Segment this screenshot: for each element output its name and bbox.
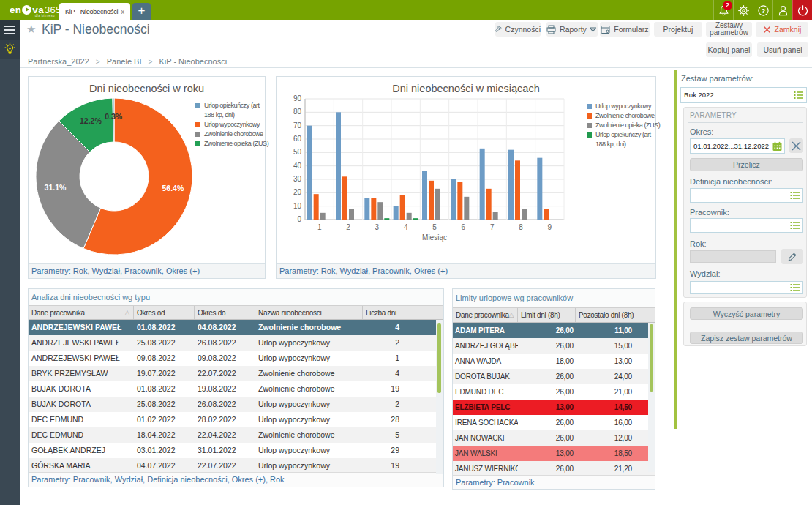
- edit-rok-button[interactable]: [781, 249, 803, 264]
- definicja-input[interactable]: [690, 188, 803, 203]
- bar[interactable]: [377, 202, 383, 220]
- favorite-star-icon[interactable]: ★: [26, 23, 36, 36]
- bar[interactable]: [394, 206, 399, 220]
- okres-input[interactable]: 01.01.2022...31.12.2022: [690, 138, 785, 154]
- table-row[interactable]: BUJAK DOROTA01.08.202219.08.2022Zwolnien…: [29, 381, 443, 397]
- table-row[interactable]: ANDRZEJEWSKI PAWEŁ01.08.202204.08.2022Zw…: [29, 320, 443, 335]
- bar[interactable]: [486, 189, 492, 220]
- column-header[interactable]: Okres od: [134, 306, 195, 319]
- table-row[interactable]: JAN WALSKI13,0018,50: [453, 446, 655, 461]
- breadcrumb-item-current[interactable]: KiP - Nieobecności: [159, 57, 227, 66]
- panel-splitter[interactable]: [674, 70, 677, 429]
- bar[interactable]: [413, 218, 418, 220]
- help-button[interactable]: ?: [753, 0, 772, 20]
- bar[interactable]: [435, 189, 440, 220]
- table-row[interactable]: DOROTA BUJAK26,0024,00: [453, 369, 655, 384]
- main-menu-button[interactable]: [0, 20, 20, 40]
- logout-button[interactable]: [792, 0, 812, 20]
- notifications-button[interactable]: 2: [713, 0, 733, 20]
- table-row[interactable]: BUJAK DOROTA25.08.202226.08.2022Urlop wy…: [29, 397, 443, 412]
- table-row[interactable]: ANNA WAJDA18,0013,00: [453, 354, 655, 369]
- list-icon[interactable]: [790, 221, 800, 230]
- limits-table-footer[interactable]: Parametry: Pracownik: [453, 475, 655, 489]
- projektuj-button[interactable]: Projektuj: [654, 22, 702, 37]
- breadcrumb-item-panele-bi[interactable]: Panele BI: [107, 57, 142, 66]
- breadcrumb-item-partnerska[interactable]: Partnerska_2022: [28, 57, 89, 66]
- zamknij-button[interactable]: Zamknij: [756, 22, 808, 37]
- zestaw-parametrow-input[interactable]: Rok 2022: [680, 87, 807, 103]
- bar[interactable]: [537, 158, 542, 220]
- scrollbar-thumb[interactable]: [437, 323, 441, 393]
- table-row[interactable]: DEC EDMUND01.02.202228.02.2022Urlop wypo…: [29, 412, 443, 427]
- bar[interactable]: [336, 112, 341, 220]
- przelicz-button[interactable]: Przelicz: [690, 158, 803, 171]
- column-header[interactable]: Pozostało dni (8h): [576, 308, 634, 322]
- hints-button[interactable]: [0, 40, 20, 59]
- table-row[interactable]: ANDRZEJ GOŁĄBEK26,0015,00: [453, 338, 655, 354]
- table-row[interactable]: ANDRZEJEWSKI PAWEŁ25.08.202226.08.2022Ur…: [29, 335, 443, 351]
- raporty-dropdown-button[interactable]: [587, 22, 598, 37]
- analysis-table-footer[interactable]: Parametry: Pracownik, Wydział, Definicja…: [29, 472, 443, 487]
- bar[interactable]: [464, 197, 469, 220]
- bar[interactable]: [407, 213, 412, 220]
- bar[interactable]: [522, 209, 527, 220]
- table-row[interactable]: IRENA SOCHACKA26,0016,00: [453, 415, 655, 430]
- bar[interactable]: [384, 218, 389, 220]
- bar[interactable]: [493, 212, 498, 220]
- table-row[interactable]: GÓRSKA MARIA04.07.202222.07.2022Urlop wy…: [29, 458, 443, 474]
- column-header[interactable]: Dane pracownika△: [453, 308, 518, 322]
- list-icon[interactable]: [794, 91, 804, 100]
- settings-button[interactable]: [733, 0, 753, 20]
- bar[interactable]: [429, 181, 434, 220]
- new-tab-button[interactable]: +: [132, 3, 151, 20]
- bar[interactable]: [422, 171, 427, 220]
- bar[interactable]: [451, 179, 456, 220]
- kopiuj-panel-button[interactable]: Kopiuj panel: [706, 42, 752, 57]
- table-row[interactable]: JAN NOWACKI26,0012,00: [453, 430, 655, 446]
- raporty-button[interactable]: Raporty: [546, 22, 587, 37]
- bar[interactable]: [320, 213, 326, 220]
- table-row[interactable]: ADAM PITERA26,0011,00: [453, 323, 655, 338]
- pracownik-input[interactable]: [690, 218, 803, 233]
- bar[interactable]: [314, 194, 319, 220]
- analysis-table-header[interactable]: Dane pracownika△Okres odOkres doNazwa ni…: [29, 305, 443, 320]
- limits-table-header[interactable]: Dane pracownika△Limit dni (8h)Pozostało …: [453, 307, 655, 323]
- limits-table-scrollbar[interactable]: [648, 323, 655, 472]
- list-icon[interactable]: [790, 283, 800, 292]
- table-row[interactable]: EDMUND DEC26,0021,00: [453, 384, 655, 400]
- list-icon[interactable]: [790, 191, 800, 200]
- column-header[interactable]: Limit dni (8h): [518, 308, 576, 322]
- usun-panel-button[interactable]: Usuń panel: [757, 42, 808, 57]
- zestawy-parametrow-button[interactable]: Zestawy parametrów: [706, 22, 752, 37]
- bar[interactable]: [371, 198, 376, 220]
- column-header[interactable]: Liczba dni: [363, 306, 402, 319]
- scrollbar-thumb[interactable]: [650, 324, 653, 392]
- column-header[interactable]: Dane pracownika△: [29, 306, 134, 319]
- donut-params-footer[interactable]: Parametry: Rok, Wydział, Pracownik, Okre…: [29, 263, 265, 278]
- zapisz-zestaw-button[interactable]: Zapisz zestaw parametrów: [690, 332, 803, 344]
- table-row[interactable]: ELŻBIETA PELC13,0014,50: [453, 400, 655, 415]
- table-row[interactable]: GOŁĄBEK ANDRZEJ03.01.202231.01.2022Urlop…: [29, 443, 443, 458]
- table-row[interactable]: BRYK PRZEMYSŁAW19.07.202222.07.2022Zwoln…: [29, 366, 443, 381]
- bar[interactable]: [457, 182, 462, 220]
- bar[interactable]: [400, 195, 405, 220]
- table-row[interactable]: DEC EDMUND18.04.202222.04.2022Zwolnienie…: [29, 427, 443, 443]
- open-tab[interactable]: KiP - Nieobecności x: [59, 3, 130, 20]
- bar-params-footer[interactable]: Parametry: Rok, Wydział, Pracownik, Okre…: [277, 263, 655, 278]
- bar[interactable]: [544, 209, 549, 220]
- czynnosci-button[interactable]: Czynności: [495, 22, 541, 37]
- wyczysc-parametry-button[interactable]: Wyczyść parametry: [690, 307, 803, 320]
- calendar-icon[interactable]: [772, 141, 782, 151]
- wydzial-input[interactable]: [690, 281, 803, 294]
- bar[interactable]: [515, 160, 520, 220]
- bar[interactable]: [342, 176, 347, 220]
- column-header[interactable]: Nazwa nieobecności: [255, 306, 363, 319]
- column-header[interactable]: Okres do: [195, 306, 255, 319]
- bar[interactable]: [349, 209, 354, 220]
- user-button[interactable]: [772, 0, 792, 20]
- table-row[interactable]: ANDRZEJEWSKI PAWEŁ09.08.202209.08.2022Ur…: [29, 351, 443, 366]
- bar[interactable]: [480, 149, 485, 220]
- formularz-button[interactable]: Formularz: [600, 22, 650, 37]
- bar[interactable]: [307, 126, 312, 220]
- bar[interactable]: [508, 150, 514, 220]
